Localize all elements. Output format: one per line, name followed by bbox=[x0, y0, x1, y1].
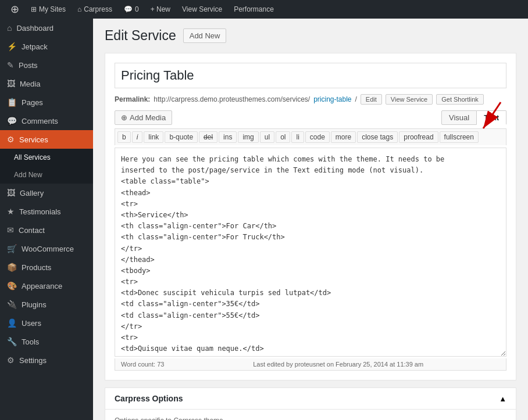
performance-item[interactable]: Performance bbox=[228, 0, 280, 19]
permalink-edit-button[interactable]: Edit bbox=[361, 94, 382, 105]
editor-box: Permalink: http://carpress.demo.proteust… bbox=[105, 53, 516, 380]
tools-icon: 🔧 bbox=[7, 337, 17, 346]
toolbar-img[interactable]: img bbox=[238, 131, 258, 143]
sidebar-item-media[interactable]: 🖼 Media bbox=[0, 74, 93, 93]
jetpack-icon: ⚡ bbox=[7, 42, 17, 51]
media-icon: 🖼 bbox=[7, 79, 15, 88]
plugins-icon: 🔌 bbox=[7, 300, 17, 309]
carpress-options-title: Carpress Options bbox=[115, 394, 183, 403]
carpress-options-description: Options specific to Carpress theme bbox=[115, 417, 223, 420]
contact-icon: ✉ bbox=[7, 225, 14, 235]
toolbar-code[interactable]: code bbox=[305, 131, 330, 143]
get-shortlink-button[interactable]: Get Shortlink bbox=[436, 94, 484, 105]
users-icon: 👤 bbox=[7, 318, 17, 328]
post-title-input[interactable] bbox=[115, 63, 506, 88]
last-edited-text: Last edited by proteusnet on February 25… bbox=[253, 361, 423, 368]
sidebar-item-gallery[interactable]: 🖼 Gallery bbox=[0, 184, 93, 202]
home-icon: ⌂ bbox=[77, 5, 81, 13]
sidebar-item-products[interactable]: 📦 Products bbox=[0, 258, 93, 277]
sidebar-item-settings[interactable]: ⚙ Settings bbox=[0, 351, 93, 369]
toolbar-li[interactable]: li bbox=[291, 131, 304, 143]
comment-icon: 💬 bbox=[124, 5, 133, 13]
woocommerce-icon: 🛒 bbox=[7, 244, 17, 253]
toolbar-bold[interactable]: b bbox=[117, 131, 131, 143]
content-area: Edit Service Add New Permalink: http://c… bbox=[93, 19, 528, 420]
text-tab[interactable]: Text bbox=[477, 110, 506, 125]
gallery-icon: 🖼 bbox=[7, 188, 15, 198]
collapse-icon: ▲ bbox=[499, 394, 506, 403]
sidebar-item-pages[interactable]: 📋 Pages bbox=[0, 93, 93, 112]
visual-tab[interactable]: Visual bbox=[441, 110, 477, 125]
sidebar-item-jetpack[interactable]: ⚡ Jetpack bbox=[0, 37, 93, 56]
posts-icon: ✎ bbox=[7, 60, 14, 70]
settings-icon: ⚙ bbox=[7, 356, 15, 365]
text-editor-textarea[interactable]: Here you can see the pricing table which… bbox=[115, 148, 506, 357]
toolbar-more[interactable]: more bbox=[331, 131, 356, 143]
dashboard-icon: ⌂ bbox=[7, 23, 12, 33]
sidebar-item-comments[interactable]: 💬 Comments bbox=[0, 112, 93, 130]
carpress-item[interactable]: ⌂ Carpress bbox=[72, 0, 118, 19]
sidebar-item-appearance[interactable]: 🎨 Appearance bbox=[0, 277, 93, 295]
editor-mode-tabs: Visual Text bbox=[441, 110, 506, 125]
sidebar-item-dashboard[interactable]: ⌂ Dashboard bbox=[0, 19, 93, 37]
new-item[interactable]: + New bbox=[145, 0, 176, 19]
add-new-button[interactable]: Add New bbox=[183, 28, 227, 43]
permalink-url-slug: pricing-table bbox=[313, 95, 351, 103]
appearance-icon: 🎨 bbox=[7, 281, 17, 290]
sidebar-item-tools[interactable]: 🔧 Tools bbox=[0, 332, 93, 351]
toolbar-ol[interactable]: ol bbox=[276, 131, 290, 143]
sites-icon: ⊞ bbox=[31, 5, 37, 13]
my-sites-item[interactable]: ⊞ My Sites bbox=[25, 0, 72, 19]
testimonials-icon: ★ bbox=[7, 207, 15, 216]
toolbar-blockquote[interactable]: b-quote bbox=[165, 131, 198, 143]
sidebar-item-users[interactable]: 👤 Users bbox=[0, 314, 93, 332]
page-title: Edit Service bbox=[105, 28, 176, 44]
toolbar-del[interactable]: del bbox=[199, 131, 217, 143]
services-icon: ⚙ bbox=[7, 135, 15, 144]
carpress-options-box: Carpress Options ▲ Options specific to C… bbox=[105, 387, 516, 420]
pages-icon: 📋 bbox=[7, 98, 17, 107]
add-media-icon: ⊕ bbox=[121, 113, 127, 122]
word-count-value: 73 bbox=[157, 361, 164, 368]
wordpress-icon: ⊕ bbox=[10, 3, 19, 16]
toolbar-close-tags[interactable]: close tags bbox=[357, 131, 398, 143]
sidebar-item-posts[interactable]: ✎ Posts bbox=[0, 56, 93, 74]
sidebar-item-all-services[interactable]: All Services bbox=[0, 149, 93, 166]
sidebar-item-contact[interactable]: ✉ Contact bbox=[0, 221, 93, 239]
word-count-label: Word count: bbox=[121, 361, 155, 368]
toolbar-ins[interactable]: ins bbox=[219, 131, 237, 143]
wp-logo-item[interactable]: ⊕ bbox=[5, 0, 25, 19]
carpress-options-body: Options specific to Carpress theme bbox=[105, 410, 516, 420]
carpress-options-header[interactable]: Carpress Options ▲ bbox=[105, 388, 516, 410]
sidebar-item-plugins[interactable]: 🔌 Plugins bbox=[0, 295, 93, 314]
add-media-button[interactable]: ⊕ Add Media bbox=[115, 110, 172, 125]
sidebar-item-add-new-service[interactable]: Add New bbox=[0, 166, 93, 184]
comments-item[interactable]: 💬 0 bbox=[118, 0, 145, 19]
comments-sidebar-icon: 💬 bbox=[7, 116, 17, 125]
editor-area: b i link b-quote del ins img ul ol li co… bbox=[115, 128, 506, 371]
media-toolbar: ⊕ Add Media Visual Text bbox=[115, 110, 506, 125]
view-service-button[interactable]: View Service bbox=[386, 94, 433, 105]
permalink-url-trail: / bbox=[355, 95, 357, 103]
toolbar-proofread[interactable]: proofread bbox=[399, 131, 438, 143]
page-header: Edit Service Add New bbox=[105, 28, 516, 44]
toolbar-link[interactable]: link bbox=[144, 131, 163, 143]
toolbar-fullscreen[interactable]: fullscreen bbox=[440, 131, 479, 143]
admin-bar: ⊕ ⊞ My Sites ⌂ Carpress 💬 0 + New View S… bbox=[0, 0, 528, 19]
editor-toolbar: b i link b-quote del ins img ul ol li co… bbox=[115, 128, 506, 145]
toolbar-italic[interactable]: i bbox=[132, 131, 143, 143]
permalink-label: Permalink: bbox=[115, 95, 150, 103]
sidebar-item-testimonials[interactable]: ★ Testimonials bbox=[0, 202, 93, 221]
view-service-item[interactable]: View Service bbox=[176, 0, 228, 19]
editor-footer: Word count: 73 Last edited by proteusnet… bbox=[115, 358, 506, 371]
sidebar-item-services[interactable]: ⚙ Services bbox=[0, 130, 93, 149]
sidebar: ⌂ Dashboard ⚡ Jetpack ✎ Posts 🖼 Media 📋 … bbox=[0, 19, 93, 420]
permalink-bar: Permalink: http://carpress.demo.proteust… bbox=[115, 94, 506, 105]
products-icon: 📦 bbox=[7, 263, 17, 272]
permalink-url-base: http://carpress.demo.proteusthemes.com/s… bbox=[154, 95, 310, 103]
toolbar-ul[interactable]: ul bbox=[260, 131, 274, 143]
sidebar-item-woocommerce[interactable]: 🛒 WooCommerce bbox=[0, 239, 93, 258]
